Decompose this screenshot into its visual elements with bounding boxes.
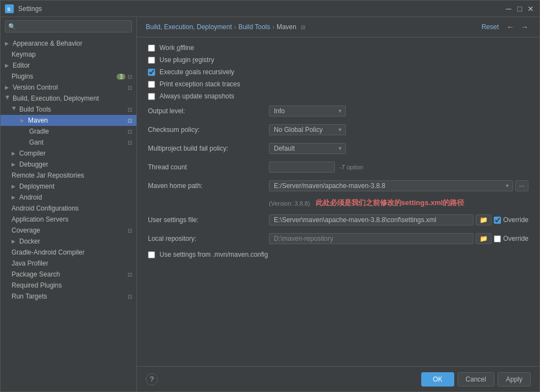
- forward-button[interactable]: →: [519, 21, 531, 32]
- sidebar-item-label: Remote Jar Repositories: [12, 172, 132, 179]
- sidebar-item-label: Required Plugins: [12, 281, 132, 289]
- execute-goals-label[interactable]: Execute goals recursively: [159, 68, 234, 76]
- sidebar-item-version-control[interactable]: ▶ Version Control ⊡: [1, 82, 136, 93]
- title-bar: S Settings ─ □ ✕: [1, 1, 539, 17]
- bottom-bar: ? OK Cancel Apply: [137, 366, 539, 391]
- sidebar-item-label: Java Profiler: [12, 260, 132, 267]
- sidebar-item-build-tools[interactable]: ▶ Build Tools ⊡: [1, 104, 136, 115]
- user-settings-path-row: 📁 Override: [269, 214, 528, 225]
- sidebar-item-package-search[interactable]: Package Search ⊡: [1, 269, 136, 280]
- user-settings-browse-button[interactable]: 📁: [476, 214, 492, 225]
- user-settings-override-label[interactable]: Override: [503, 216, 528, 224]
- svg-text:S: S: [7, 7, 10, 12]
- right-panel: Build, Execution, Deployment › Build Too…: [137, 17, 539, 391]
- sidebar-item-deployment[interactable]: ▶ Deployment: [1, 181, 136, 192]
- search-input[interactable]: [5, 20, 132, 32]
- sidebar-item-run-targets[interactable]: Run Targets ⊡: [1, 291, 136, 302]
- breadcrumb-build-tools[interactable]: Build Tools: [238, 23, 270, 31]
- execute-goals-row: Execute goals recursively: [148, 68, 528, 76]
- use-mvn-settings-label[interactable]: Use settings from .mvn/maven.config: [159, 251, 268, 258]
- close-button[interactable]: ✕: [526, 4, 535, 13]
- sidebar-item-gradle[interactable]: Gradle ⊡: [1, 126, 136, 137]
- cancel-button[interactable]: Cancel: [458, 372, 494, 387]
- sidebar-item-remote-jar[interactable]: Remote Jar Repositories: [1, 170, 136, 181]
- sidebar-item-label: Appearance & Behavior: [13, 40, 132, 47]
- ext-icon: ⊡: [128, 140, 132, 146]
- sidebar-item-java-profiler[interactable]: Java Profiler: [1, 258, 136, 269]
- sidebar-item-editor[interactable]: ▶ Editor: [1, 60, 136, 71]
- ext-icon: ⊡: [128, 74, 132, 80]
- thread-count-input[interactable]: [269, 162, 335, 173]
- breadcrumb-build-exec[interactable]: Build, Execution, Deployment: [146, 23, 232, 31]
- local-repo-override-label[interactable]: Override: [503, 235, 528, 242]
- ext-icon: ⊡: [128, 294, 132, 300]
- version-hint: (Version: 3.8.8): [269, 200, 310, 207]
- sidebar-item-compiler[interactable]: ▶ Compiler: [1, 148, 136, 159]
- print-exception-checkbox[interactable]: [148, 81, 155, 88]
- arrow-icon: ▶: [5, 41, 10, 46]
- sidebar-item-label: Version Control: [13, 84, 128, 91]
- breadcrumb-maven: Maven: [277, 23, 296, 31]
- sidebar-item-label: Docker: [19, 238, 132, 245]
- sidebar-item-label: Deployment: [19, 183, 132, 190]
- sidebar-item-android-configs[interactable]: Android Configurations: [1, 203, 136, 214]
- apply-button[interactable]: Apply: [498, 372, 531, 387]
- sidebar-item-label: Debugger: [19, 161, 132, 168]
- sidebar-item-keymap[interactable]: Keymap: [1, 49, 136, 60]
- sidebar-item-required-plugins[interactable]: Required Plugins: [1, 280, 136, 291]
- always-update-checkbox[interactable]: [148, 93, 155, 100]
- multiproject-policy-dropdown[interactable]: Default Never Always At End: [269, 143, 346, 154]
- sidebar-item-debugger[interactable]: ▶ Debugger: [1, 159, 136, 170]
- sidebar-item-app-servers[interactable]: Application Servers: [1, 214, 136, 225]
- window-controls: ─ □ ✕: [504, 4, 535, 13]
- sidebar-item-gant[interactable]: Gant ⊡: [1, 137, 136, 148]
- user-settings-input[interactable]: [269, 214, 473, 225]
- sidebar-item-label: Gradle: [29, 128, 128, 135]
- user-settings-label: User settings file:: [148, 216, 269, 224]
- maven-home-row: Maven home path: E:/Server/maven/apache-…: [148, 179, 528, 192]
- maximize-button[interactable]: □: [515, 4, 524, 13]
- maven-home-dropdown[interactable]: E:/Server/maven/apache-maven-3.8.8: [269, 180, 513, 191]
- sidebar-item-maven[interactable]: ▶ Maven ⊡: [1, 115, 136, 126]
- search-box: 🔍: [5, 20, 132, 32]
- sidebar-item-label: Compiler: [19, 150, 132, 157]
- sidebar-item-coverage[interactable]: Coverage ⊡: [1, 225, 136, 236]
- use-mvn-settings-checkbox[interactable]: [148, 251, 155, 258]
- local-repo-path-row: 📁 Override: [269, 233, 528, 244]
- use-mvn-settings-row: Use settings from .mvn/maven.config: [148, 251, 528, 258]
- local-repo-input[interactable]: [269, 233, 473, 244]
- sidebar-item-gradle-android[interactable]: Gradle-Android Compiler: [1, 247, 136, 258]
- maven-home-label: Maven home path:: [148, 182, 269, 190]
- user-settings-override-checkbox[interactable]: [494, 217, 501, 224]
- output-level-dropdown[interactable]: Quiet Info Debug: [269, 106, 346, 117]
- nav-tree: ▶ Appearance & Behavior Keymap ▶ Editor …: [1, 36, 136, 391]
- action-buttons: OK Cancel Apply: [421, 372, 531, 387]
- search-icon: 🔍: [8, 23, 16, 30]
- sidebar-item-android[interactable]: ▶ Android: [1, 192, 136, 203]
- use-plugin-registry-checkbox[interactable]: [148, 57, 155, 64]
- sidebar-item-docker[interactable]: ▶ Docker: [1, 236, 136, 247]
- always-update-label[interactable]: Always update snapshots: [159, 92, 234, 100]
- sidebar-item-appearance[interactable]: ▶ Appearance & Behavior: [1, 38, 136, 49]
- back-button[interactable]: ←: [504, 21, 516, 32]
- multiproject-policy-label: Multiproject build fail policy:: [148, 145, 269, 152]
- execute-goals-checkbox[interactable]: [148, 69, 155, 76]
- arrow-icon: ▶: [12, 184, 17, 189]
- user-settings-row: User settings file: 📁 Override: [148, 213, 528, 227]
- sidebar-item-build-exec[interactable]: ▶ Build, Execution, Deployment: [1, 93, 136, 104]
- work-offline-label[interactable]: Work offline: [159, 44, 194, 52]
- print-exception-label[interactable]: Print exception stack traces: [159, 80, 240, 88]
- use-plugin-registry-row: Use plugin registry: [148, 56, 528, 64]
- help-button[interactable]: ?: [146, 373, 158, 385]
- ok-button[interactable]: OK: [421, 372, 454, 387]
- app-icon: S: [5, 4, 14, 13]
- local-repo-browse-button[interactable]: 📁: [476, 233, 492, 244]
- sidebar-item-plugins[interactable]: Plugins 3 ⊡: [1, 71, 136, 82]
- use-plugin-registry-label[interactable]: Use plugin registry: [159, 56, 214, 64]
- maven-home-browse-button[interactable]: ···: [515, 180, 528, 191]
- local-repo-override-checkbox[interactable]: [494, 235, 501, 242]
- checksum-policy-dropdown[interactable]: No Global Policy Ignore Warn Fail: [269, 124, 346, 135]
- reset-button[interactable]: Reset: [478, 22, 502, 32]
- work-offline-checkbox[interactable]: [148, 45, 155, 52]
- minimize-button[interactable]: ─: [504, 4, 513, 13]
